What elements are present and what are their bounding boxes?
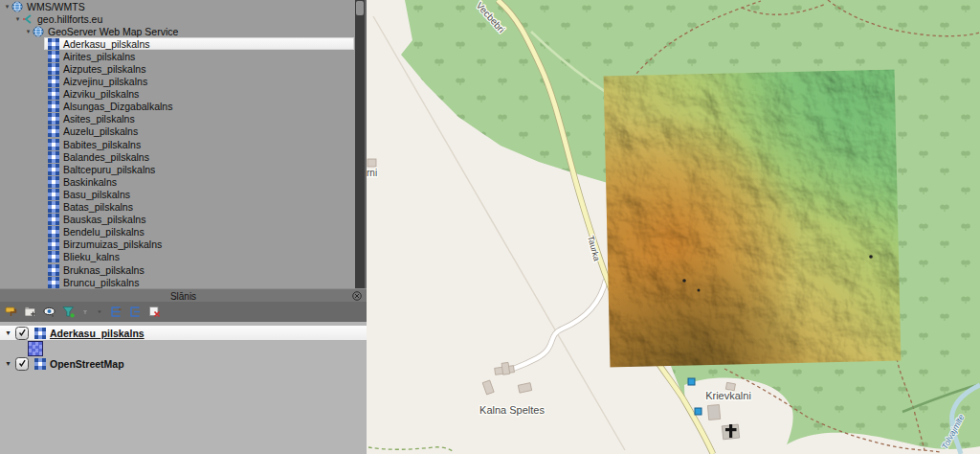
styling-icon[interactable] bbox=[5, 306, 17, 318]
checkmark-icon bbox=[18, 359, 27, 368]
raster-layer-icon bbox=[48, 101, 59, 112]
tree-layer-item[interactable]: Asites_pilskalns bbox=[0, 113, 355, 125]
tree-layer-label: Blieku_kalns bbox=[63, 251, 120, 262]
raster-layer-icon bbox=[48, 238, 59, 250]
tree-scrollbar-thumb[interactable] bbox=[356, 1, 364, 15]
tree-layer-item[interactable]: Aizvejinu_pilskalns bbox=[0, 76, 355, 88]
tree-item-service[interactable]: GeoServer Web Map Service bbox=[0, 25, 355, 37]
tree-layer-label: Bendelu_pilskalns bbox=[63, 226, 145, 238]
tree-layer-label: Baskinkalns bbox=[63, 176, 117, 188]
tree-layer-label: Bruknas_pilskalns bbox=[63, 264, 145, 276]
wms-globe-icon bbox=[11, 1, 23, 12]
layer-visibility-checkbox[interactable] bbox=[15, 327, 29, 340]
collapse-arrow-icon[interactable] bbox=[3, 0, 11, 12]
map-themes-icon[interactable] bbox=[43, 306, 56, 318]
tree-scrollbar[interactable] bbox=[355, 0, 365, 288]
tree-layer-list: Aderkasu_pilskalns Airites_pilskalns Aiz… bbox=[0, 37, 355, 288]
tree-layer-item[interactable]: Batas_pilskalns bbox=[0, 201, 355, 214]
tree-item-connection[interactable]: geo.hillforts.eu bbox=[0, 12, 355, 25]
tree-layer-item[interactable]: Bendelu_pilskalns bbox=[0, 226, 355, 238]
place-label-krievkalni: Krievkalni bbox=[705, 390, 751, 401]
tree-layer-label: Balandes_pilskalns bbox=[63, 151, 149, 163]
tree-layer-item[interactable]: Bruncu_pilskalns bbox=[0, 276, 355, 288]
tree-layer-item[interactable]: Auzelu_pilskalns bbox=[0, 125, 355, 138]
add-group-icon[interactable] bbox=[24, 306, 36, 318]
tree-layer-item[interactable]: Alsungas_Dizgabalkalns bbox=[0, 101, 355, 113]
raster-layer-icon bbox=[48, 201, 59, 213]
layer-visibility-checkbox[interactable] bbox=[15, 357, 29, 371]
tree-layer-item[interactable]: Birzumuizas_pilskalns bbox=[0, 238, 355, 251]
raster-layer-icon bbox=[48, 139, 59, 150]
dem-overlay bbox=[604, 70, 902, 368]
tree-layer-item[interactable]: Aizviku_pilskalns bbox=[0, 88, 355, 101]
tree-layer-label: Aizviku_pilskalns bbox=[63, 88, 139, 100]
tree-item-label: GeoServer Web Map Service bbox=[48, 26, 178, 37]
raster-layer-icon bbox=[48, 189, 59, 200]
raster-layer-icon bbox=[48, 176, 59, 188]
tree-layer-label: Alsungas_Dizgabalkalns bbox=[63, 101, 172, 112]
layers-panel-title: Slānis bbox=[170, 291, 196, 302]
tree-layer-label: Batas_pilskalns bbox=[63, 201, 133, 213]
tree-layer-item[interactable]: Bauskas_pilskalns bbox=[0, 214, 355, 226]
tree-layer-label: Bauskas_pilskalns bbox=[63, 214, 145, 225]
map-canvas[interactable]: Vecbebri Taurka rni Kalna Speltes Krievk… bbox=[367, 0, 980, 454]
collapse-arrow-icon[interactable] bbox=[13, 12, 22, 25]
layer-name[interactable]: OpenStreetMap bbox=[50, 358, 124, 370]
tree-layer-item[interactable]: Basu_pilskalns bbox=[0, 188, 355, 200]
layers-panel-header: Slānis bbox=[0, 288, 367, 303]
tree-layer-item[interactable]: Balandes_pilskalns bbox=[0, 150, 355, 163]
raster-layer-icon bbox=[34, 358, 46, 370]
dropdown-icon[interactable] bbox=[96, 306, 103, 318]
raster-layer-icon bbox=[48, 125, 59, 137]
tree-layer-item[interactable]: Baltcepuru_pilskalns bbox=[0, 163, 355, 175]
tree-layer-item[interactable]: Blieku_kalns bbox=[0, 251, 355, 263]
wms-globe-icon bbox=[33, 26, 44, 37]
tree-layer-label: Aizvejinu_pilskalns bbox=[63, 76, 147, 87]
collapse-all-icon[interactable] bbox=[129, 306, 142, 318]
tree-layer-label: Airites_pilskalns bbox=[63, 51, 135, 62]
place-label-cut: rni bbox=[367, 168, 377, 178]
layer-row-openstreetmap[interactable]: OpenStreetMap bbox=[0, 356, 367, 371]
close-panel-icon[interactable] bbox=[352, 291, 362, 301]
tree-layer-label: Aderkasu_pilskalns bbox=[63, 38, 149, 50]
tree-layer-label: Bruncu_pilskalns bbox=[63, 277, 139, 288]
raster-layer-icon bbox=[48, 113, 59, 125]
collapse-arrow-icon[interactable] bbox=[4, 357, 12, 370]
raster-layer-icon bbox=[48, 164, 59, 175]
tree-layer-label: Birzumuizas_pilskalns bbox=[63, 238, 162, 250]
layers-toolbar bbox=[0, 302, 367, 322]
tree-layer-item[interactable]: Baskinkalns bbox=[0, 175, 355, 188]
browser-panel: WMS/WMTS geo.hillforts.eu GeoServer Web … bbox=[0, 0, 355, 288]
filter-expression-icon[interactable] bbox=[81, 306, 89, 318]
tree-layer-item[interactable]: Aderkasu_pilskalns bbox=[0, 37, 355, 50]
raster-layer-icon bbox=[48, 38, 59, 50]
tree-layer-label: Basu_pilskalns bbox=[63, 189, 130, 200]
layer-name[interactable]: Aderkasu_pilskalns bbox=[50, 328, 145, 339]
raster-layer-icon bbox=[48, 251, 59, 262]
raster-layer-icon bbox=[48, 88, 59, 100]
raster-layer-icon bbox=[48, 264, 59, 276]
qgis-window: WMS/WMTS geo.hillforts.eu GeoServer Web … bbox=[0, 0, 980, 454]
raster-layer-icon bbox=[48, 151, 59, 163]
collapse-arrow-icon[interactable] bbox=[24, 25, 33, 37]
server-connection-icon bbox=[22, 13, 33, 25]
tree-layer-item[interactable]: Aizputes_pilskalns bbox=[0, 62, 355, 75]
collapse-arrow-icon[interactable] bbox=[4, 327, 12, 339]
tree-layer-label: Asites_pilskalns bbox=[63, 113, 135, 125]
place-label-kalna-speltes: Kalna Speltes bbox=[479, 404, 545, 416]
map-render: Vecbebri Taurka rni Kalna Speltes Krievk… bbox=[367, 0, 980, 454]
tree-item-label: geo.hillforts.eu bbox=[37, 13, 102, 25]
expand-all-icon[interactable] bbox=[110, 306, 122, 318]
raster-layer-icon bbox=[48, 63, 59, 75]
remove-layer-icon[interactable] bbox=[148, 306, 161, 318]
tree-layer-label: Auzelu_pilskalns bbox=[63, 125, 138, 137]
tree-item-wms-root[interactable]: WMS/WMTS bbox=[0, 0, 355, 12]
checkmark-icon bbox=[18, 329, 27, 337]
filter-legend-icon[interactable] bbox=[62, 306, 75, 318]
layer-row-aderkasu[interactable]: Aderkasu_pilskalns bbox=[0, 326, 367, 340]
tree-layer-label: Baltcepuru_pilskalns bbox=[63, 164, 155, 175]
tree-layer-item[interactable]: Airites_pilskalns bbox=[0, 50, 355, 62]
tree-layer-item[interactable]: Babites_pilskalns bbox=[0, 138, 355, 150]
tree-layer-item[interactable]: Bruknas_pilskalns bbox=[0, 263, 355, 276]
tree-layer-label: Aizputes_pilskalns bbox=[63, 63, 145, 75]
